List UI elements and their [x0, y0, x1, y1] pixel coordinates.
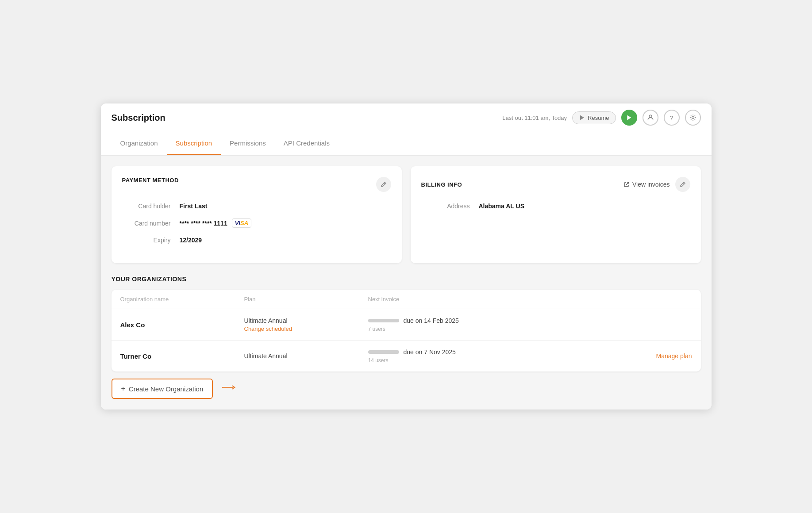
card-number-display: **** **** **** 1111 VISA [180, 218, 252, 228]
tab-organization[interactable]: Organization [112, 132, 167, 155]
payment-method-title: PAYMENT METHOD [122, 177, 179, 184]
visa-badge: VISA [232, 218, 251, 228]
progress-bar-alex [368, 319, 399, 322]
invoice-users-turner: 14 users [368, 357, 612, 364]
card-holder-row: Card holder First Last [122, 203, 391, 210]
cards-row: PAYMENT METHOD Card holder First Last Ca… [112, 166, 701, 263]
expiry-row: Expiry 12/2029 [122, 237, 391, 244]
resume-button[interactable]: Resume [572, 111, 616, 124]
table-row: Turner Co Ultimate Annual due on 7 Nov 2… [112, 341, 701, 371]
svg-point-0 [649, 115, 652, 118]
progress-bar-turner [368, 350, 399, 354]
table-row: Alex Co Ultimate Annual Change scheduled… [112, 309, 701, 341]
create-org-button[interactable]: + Create New Organization [112, 379, 213, 399]
organizations-table: Organization name Plan Next invoice Alex… [112, 290, 701, 371]
play-button[interactable] [621, 110, 637, 126]
col-header-name: Organization name [120, 296, 244, 302]
plan-alex: Ultimate Annual Change scheduled [244, 317, 368, 332]
invoice-top-alex: due on 14 Feb 2025 [368, 317, 612, 324]
header-actions: Last out 11:01 am, Today Resume ? [502, 110, 700, 126]
pencil-icon-billing [680, 181, 686, 188]
address-value: Alabama AL US [479, 203, 524, 210]
card-number-row: Card number **** **** **** 1111 VISA [122, 218, 391, 228]
resume-label: Resume [588, 115, 609, 121]
invoice-date-alex: due on 14 Feb 2025 [404, 317, 459, 324]
org-name-alex: Alex Co [120, 321, 244, 329]
address-row: Address Alabama AL US [421, 203, 690, 210]
plan-name-alex: Ultimate Annual [244, 317, 368, 324]
user-icon [647, 114, 654, 121]
help-button[interactable]: ? [664, 110, 680, 126]
page-title: Subscription [112, 113, 165, 123]
payment-method-card: PAYMENT METHOD Card holder First Last Ca… [112, 166, 402, 263]
invoice-turner: due on 7 Nov 2025 14 users [368, 348, 612, 364]
svg-point-1 [692, 117, 694, 119]
create-org-label: Create New Organization [129, 385, 203, 393]
main-content: PAYMENT METHOD Card holder First Last Ca… [101, 156, 712, 410]
tabs-nav: Organization Subscription Permissions AP… [101, 132, 712, 156]
billing-header-actions: View invoices [623, 177, 690, 192]
billing-card-header: BILLING INFO View invoices [421, 177, 690, 192]
card-holder-label: Card holder [122, 203, 180, 210]
card-number-value: **** **** **** 1111 [180, 220, 227, 227]
pencil-icon [381, 181, 387, 188]
table-header: Organization name Plan Next invoice [112, 290, 701, 309]
create-org-section: + Create New Organization [112, 379, 701, 399]
expiry-label: Expiry [122, 237, 180, 244]
billing-info-title: BILLING INFO [421, 181, 462, 188]
view-invoices-link[interactable]: View invoices [623, 181, 670, 188]
tab-subscription[interactable]: Subscription [167, 132, 221, 155]
action-turner: Manage plan [612, 352, 692, 360]
external-link-icon [623, 181, 630, 188]
edit-payment-button[interactable] [376, 177, 391, 192]
plan-name-turner: Ultimate Annual [244, 352, 368, 360]
address-label: Address [421, 203, 479, 210]
play-icon [626, 115, 632, 121]
billing-info-card: BILLING INFO View invoices [411, 166, 701, 263]
settings-button[interactable] [685, 110, 701, 126]
card-holder-value: First Last [180, 203, 208, 210]
invoice-users-alex: 7 users [368, 326, 612, 332]
plus-icon: + [121, 385, 125, 393]
plan-turner: Ultimate Annual [244, 352, 368, 360]
gear-icon [689, 114, 697, 121]
tab-api-credentials[interactable]: API Credentials [275, 132, 339, 155]
help-icon: ? [670, 114, 673, 122]
user-button[interactable] [643, 110, 658, 126]
card-number-label: Card number [122, 220, 180, 227]
tab-permissions[interactable]: Permissions [221, 132, 275, 155]
col-header-plan: Plan [244, 296, 368, 302]
manage-plan-link[interactable]: Manage plan [656, 352, 692, 360]
invoice-date-turner: due on 7 Nov 2025 [404, 348, 456, 356]
expiry-value: 12/2029 [180, 237, 202, 244]
payment-card-header: PAYMENT METHOD [122, 177, 391, 192]
last-out-text: Last out 11:01 am, Today [502, 115, 567, 121]
organizations-section-title: YOUR ORGANIZATIONS [112, 276, 701, 283]
edit-billing-button[interactable] [675, 177, 690, 192]
invoice-alex: due on 14 Feb 2025 7 users [368, 317, 612, 332]
invoice-top-turner: due on 7 Nov 2025 [368, 348, 612, 356]
col-header-action [612, 296, 692, 302]
visa-text: VISA [235, 220, 248, 226]
arrow-icon [222, 384, 236, 391]
view-invoices-label: View invoices [632, 181, 670, 188]
col-header-invoice: Next invoice [368, 296, 612, 302]
play-icon-sm [579, 115, 585, 121]
plan-change-alex: Change scheduled [244, 325, 368, 332]
org-name-turner: Turner Co [120, 352, 244, 360]
